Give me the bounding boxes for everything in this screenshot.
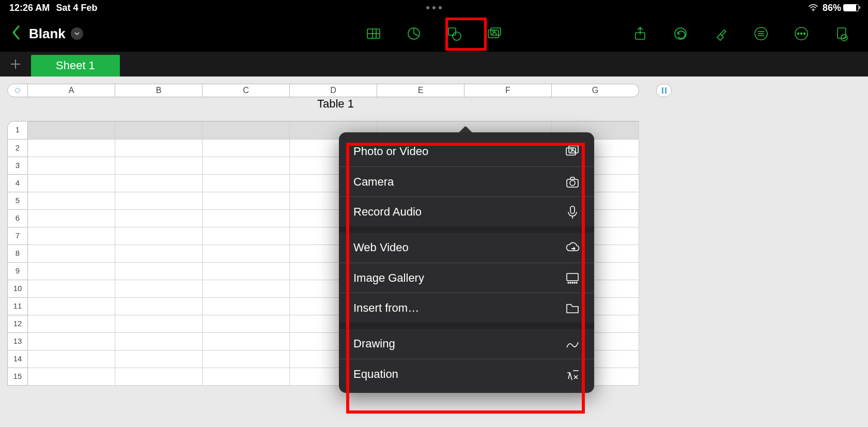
cell[interactable] xyxy=(203,140,290,157)
title-dropdown[interactable] xyxy=(71,27,83,40)
cell[interactable] xyxy=(203,192,290,210)
document-title[interactable]: Blank xyxy=(29,26,66,42)
col-header[interactable]: C xyxy=(203,84,290,97)
cell[interactable] xyxy=(203,315,290,333)
folder-icon xyxy=(565,301,580,315)
insert-media-icon[interactable] xyxy=(486,25,503,42)
cell[interactable] xyxy=(28,227,115,245)
sheet-tab-1[interactable]: Sheet 1 xyxy=(31,55,120,77)
insert-chart-icon[interactable] xyxy=(405,25,423,42)
add-sheet-button[interactable] xyxy=(0,52,31,77)
menu-equation[interactable]: Equation xyxy=(339,359,594,389)
cell[interactable] xyxy=(28,298,115,315)
svg-point-18 xyxy=(798,33,799,35)
svg-point-7 xyxy=(453,32,461,40)
row-header[interactable]: 8 xyxy=(7,245,28,263)
menu-camera[interactable]: Camera xyxy=(339,166,594,196)
row-header[interactable]: 9 xyxy=(7,263,28,280)
cell[interactable] xyxy=(115,121,203,140)
col-header[interactable]: A xyxy=(28,84,115,97)
cell[interactable] xyxy=(28,315,115,333)
cell[interactable] xyxy=(203,280,290,298)
pause-handle[interactable] xyxy=(656,84,672,97)
menu-gallery[interactable]: Image Gallery xyxy=(339,263,594,293)
row-header[interactable]: 15 xyxy=(7,368,28,386)
cell[interactable] xyxy=(28,140,115,157)
cell[interactable] xyxy=(203,298,290,315)
table-title[interactable]: Table 1 xyxy=(317,97,354,111)
cell[interactable] xyxy=(28,121,115,140)
col-header[interactable]: D xyxy=(290,84,377,97)
cell[interactable] xyxy=(203,245,290,263)
cell[interactable] xyxy=(28,210,115,227)
cell[interactable] xyxy=(28,368,115,386)
row-header[interactable]: 12 xyxy=(7,315,28,333)
cell[interactable] xyxy=(28,333,115,350)
share-icon[interactable] xyxy=(631,25,649,42)
row-header[interactable]: 7 xyxy=(7,227,28,245)
cell[interactable] xyxy=(203,333,290,350)
col-header[interactable]: G xyxy=(552,84,639,97)
cell[interactable] xyxy=(115,315,203,333)
list-icon[interactable] xyxy=(752,25,770,42)
cell[interactable] xyxy=(203,227,290,245)
back-button[interactable] xyxy=(7,24,25,44)
menu-mic[interactable]: Record Audio xyxy=(339,196,594,226)
multitask-dots[interactable] xyxy=(426,6,442,9)
row-header[interactable]: 4 xyxy=(7,175,28,192)
cell[interactable] xyxy=(203,175,290,192)
cell[interactable] xyxy=(28,280,115,298)
cell[interactable] xyxy=(115,263,203,280)
cell[interactable] xyxy=(115,298,203,315)
cell[interactable] xyxy=(28,245,115,263)
more-icon[interactable] xyxy=(793,25,810,42)
undo-icon[interactable] xyxy=(672,25,689,42)
menu-folder[interactable]: Insert from… xyxy=(339,293,594,323)
cell[interactable] xyxy=(28,263,115,280)
cell[interactable] xyxy=(115,350,203,368)
menu-drawing[interactable]: Drawing xyxy=(339,329,594,359)
wifi-icon xyxy=(808,4,818,11)
cell[interactable] xyxy=(115,368,203,386)
cell[interactable] xyxy=(28,175,115,192)
col-header[interactable]: E xyxy=(377,84,464,97)
insert-table-icon[interactable] xyxy=(365,25,382,42)
cell[interactable] xyxy=(115,192,203,210)
row-header[interactable]: 6 xyxy=(7,210,28,227)
row-header[interactable]: 11 xyxy=(7,298,28,315)
col-header[interactable]: F xyxy=(464,84,552,97)
cell[interactable] xyxy=(203,263,290,280)
cell[interactable] xyxy=(115,175,203,192)
cell[interactable] xyxy=(115,140,203,157)
format-brush-icon[interactable] xyxy=(712,25,730,42)
cell[interactable] xyxy=(28,350,115,368)
cell[interactable] xyxy=(115,245,203,263)
cell[interactable] xyxy=(203,210,290,227)
cell[interactable] xyxy=(115,210,203,227)
select-all-corner[interactable] xyxy=(7,84,28,97)
cell[interactable] xyxy=(28,157,115,175)
cell[interactable] xyxy=(203,157,290,175)
insert-shape-icon[interactable] xyxy=(445,25,463,42)
cell[interactable] xyxy=(115,157,203,175)
menu-cloud[interactable]: Web Video xyxy=(339,233,594,263)
row-header[interactable]: 5 xyxy=(7,192,28,210)
menu-photo[interactable]: Photo or Video xyxy=(339,136,594,166)
row-header[interactable]: 1 xyxy=(7,121,28,140)
row-header[interactable]: 2 xyxy=(7,140,28,157)
row-header[interactable]: 3 xyxy=(7,157,28,175)
cell[interactable] xyxy=(115,333,203,350)
row-header[interactable]: 13 xyxy=(7,333,28,350)
cell[interactable] xyxy=(115,227,203,245)
cell[interactable] xyxy=(115,280,203,298)
cell[interactable] xyxy=(203,350,290,368)
col-header[interactable]: B xyxy=(115,84,203,97)
cell[interactable] xyxy=(28,192,115,210)
cell[interactable] xyxy=(203,368,290,386)
row-header[interactable]: 10 xyxy=(7,280,28,298)
cell[interactable] xyxy=(203,121,290,140)
spreadsheet-canvas[interactable]: A B C D E F G Table 1 1 2 3 4 5 6 7 8 9 … xyxy=(0,77,868,427)
document-settings-icon[interactable] xyxy=(833,25,850,42)
battery-fill xyxy=(844,5,856,11)
row-header[interactable]: 14 xyxy=(7,350,28,368)
